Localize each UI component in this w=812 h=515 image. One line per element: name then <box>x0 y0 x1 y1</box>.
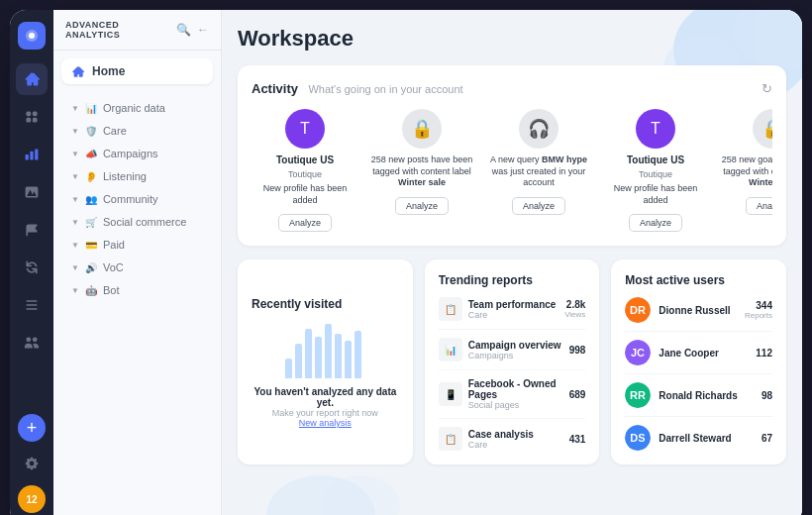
user-stat-1: 344 <box>745 300 772 311</box>
analyze-button-3[interactable]: Analyze <box>512 197 565 215</box>
svg-text:DS: DS <box>631 432 646 444</box>
refresh-icon[interactable]: ↻ <box>761 81 772 96</box>
chart-bar <box>355 331 361 378</box>
trend-item-4: 📋 Case analysis Care 431 <box>439 427 586 451</box>
analyze-button-5[interactable]: Analyze <box>746 197 772 215</box>
user-name-1: Dionne Russell <box>659 305 737 316</box>
nav-grid-icon[interactable] <box>16 101 48 133</box>
trend-stat-2: 998 <box>569 345 586 356</box>
activity-avatar-3: 🎧 <box>519 109 558 149</box>
nav-people-icon[interactable] <box>16 327 48 359</box>
user-name-2: Jane Cooper <box>659 348 748 359</box>
search-icon[interactable]: 🔍 <box>176 23 191 37</box>
user-list: DR Dionne Russell 344 Reports <box>625 297 772 451</box>
community-icon: 👥 <box>85 194 97 205</box>
app-logo[interactable] <box>18 22 46 50</box>
care-icon: 🛡️ <box>85 126 97 137</box>
user-item-1: DR Dionne Russell 344 Reports <box>625 297 772 323</box>
analyze-button-2[interactable]: Analyze <box>395 197 449 215</box>
sidebar-item-care[interactable]: ▼ 🛡️ Care <box>59 120 215 142</box>
sidebar-item-bot[interactable]: ▼ 🤖 Bot <box>59 279 215 301</box>
divider <box>625 373 772 374</box>
sidebar-item-label: Social commerce <box>103 216 186 228</box>
activity-grid: T Toutique US Toutique New profile has b… <box>252 109 772 232</box>
activity-item: 🎧 A new query BMW hype was just created … <box>485 109 592 232</box>
trend-item-2: 📊 Campaign overview Campaigns 998 <box>439 338 586 361</box>
recently-visited-card: Recently visited You haven't analyzed an… <box>238 259 413 464</box>
nav-chart-icon[interactable] <box>16 139 48 170</box>
trend-stat-3: 689 <box>569 389 586 400</box>
activity-title: Activity <box>252 81 298 96</box>
trend-cat-4: Care <box>468 440 569 450</box>
nav-flag-icon[interactable] <box>16 214 48 246</box>
chart-bar <box>335 334 342 378</box>
activity-avatar-2: 🔒 <box>402 109 442 149</box>
chevron-icon: ▼ <box>71 263 79 272</box>
user-item-3: RR Ronald Richards 98 <box>625 382 772 408</box>
trend-name-4: Case analysis <box>468 429 569 440</box>
activity-sub-4: Toutique <box>639 169 672 179</box>
sidebar-item-social[interactable]: ▼ 🛒 Social commerce <box>59 211 215 233</box>
nav-settings-icon[interactable] <box>16 448 48 479</box>
nav-refresh-icon[interactable] <box>16 252 48 283</box>
add-button[interactable]: + <box>18 414 46 442</box>
sidebar-item-campaigns[interactable]: ▼ 📣 Campaigns <box>59 143 215 164</box>
divider <box>439 418 586 419</box>
bottom-grid: Recently visited You haven't analyzed an… <box>238 259 786 478</box>
user-stat-container-2: 112 <box>756 348 772 359</box>
trend-stat-container-2: 998 <box>569 345 586 356</box>
sidebar-item-label: VoC <box>103 261 124 273</box>
trend-name-2: Campaign overview <box>468 340 569 351</box>
trend-stat-container-4: 431 <box>569 434 586 445</box>
user-stat-container-4: 67 <box>761 433 772 444</box>
svg-text:JC: JC <box>631 347 645 359</box>
chevron-icon: ▼ <box>71 104 79 113</box>
new-analysis-link[interactable]: New analysis <box>299 418 352 428</box>
chart-placeholder <box>285 319 364 378</box>
svg-text:DR: DR <box>630 304 646 316</box>
sidebar-item-community[interactable]: ▼ 👥 Community <box>59 188 215 210</box>
sidebar-item-paid[interactable]: ▼ 💳 Paid <box>59 234 215 256</box>
activity-item: T Toutique US Toutique New profile has b… <box>602 109 709 232</box>
chart-bar <box>305 329 312 378</box>
user-name-container-2: Jane Cooper <box>659 348 748 359</box>
nav-list-icon[interactable] <box>16 289 48 321</box>
chart-bar <box>325 324 332 378</box>
trending-title: Trending reports <box>439 273 586 287</box>
chevron-icon: ▼ <box>71 286 79 295</box>
chevron-icon: ▼ <box>71 241 79 250</box>
sidebar-item-voc[interactable]: ▼ 🔊 VoC <box>59 257 215 278</box>
analyze-button-4[interactable]: Analyze <box>629 214 682 232</box>
most-active-card: Most active users DR Dionne Russell <box>611 259 786 464</box>
sidebar-item-organic[interactable]: ▼ 📊 Organic data <box>59 97 215 119</box>
organic-icon: 📊 <box>85 103 97 114</box>
user-name-container-3: Ronald Richards <box>659 390 754 401</box>
user-avatar-3: RR <box>625 382 651 408</box>
activity-item: T Toutique US Toutique New profile has b… <box>252 109 358 232</box>
user-name-container-4: Darrell Steward <box>659 433 754 444</box>
brand-label: ADVANCED ANALYTICS <box>65 20 176 40</box>
sidebar-item-label: Paid <box>103 239 125 251</box>
activity-item: 🔒 258 new goals have been tagged with co… <box>719 109 772 232</box>
analyze-button-1[interactable]: Analyze <box>278 214 332 232</box>
icon-bar-bottom: + 12 <box>16 414 48 513</box>
nav-box-icon[interactable] <box>16 176 48 208</box>
svg-text:RR: RR <box>630 389 646 401</box>
trend-icon-3: 📱 <box>439 382 462 406</box>
trend-icon-2: 📊 <box>439 338 462 361</box>
sidebar-home[interactable]: Home <box>61 58 213 84</box>
activity-desc-4: New profile has been added <box>602 183 709 206</box>
trend-list: 📋 Team performance Care 2.8k Views <box>439 297 586 451</box>
page-title: Workspace <box>238 26 786 52</box>
trend-stat-label-1: Views <box>564 310 585 319</box>
trend-info-3: Facebook - Owned Pages Social pages <box>468 378 569 410</box>
user-stat-container-3: 98 <box>761 390 772 401</box>
sidebar-item-listening[interactable]: ▼ 👂 Listening <box>59 165 215 187</box>
chevron-icon: ▼ <box>71 218 79 227</box>
nav-home-icon[interactable] <box>16 63 48 95</box>
notification-badge[interactable]: 12 <box>18 485 46 513</box>
listening-icon: 👂 <box>85 171 97 182</box>
recently-title: Recently visited <box>252 297 342 311</box>
back-icon[interactable]: ← <box>197 23 209 37</box>
chevron-icon: ▼ <box>71 195 79 204</box>
